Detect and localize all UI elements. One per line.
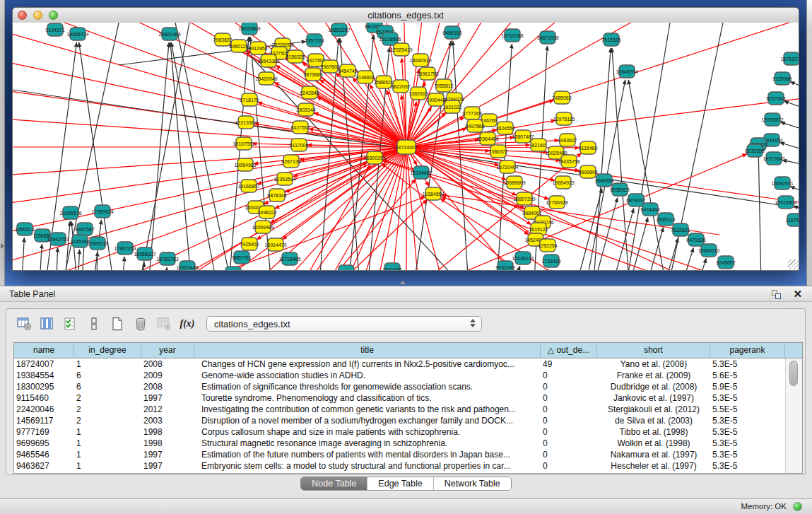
graph-node[interactable]: 18807299	[513, 192, 535, 205]
table-row[interactable]: 1872400712008Changes of HCN gene express…	[14, 358, 785, 370]
graph-node[interactable]: 8427552	[290, 121, 310, 134]
graph-node[interactable]: 1531536	[382, 263, 401, 270]
split-pane-grip[interactable]	[400, 281, 406, 284]
graph-node[interactable]: 15751074	[780, 52, 799, 65]
select-columns-icon[interactable]	[38, 315, 57, 332]
graph-node[interactable]: 12505115	[87, 237, 109, 250]
graph-node[interactable]: 8912954	[248, 42, 267, 54]
new-table-icon[interactable]	[108, 315, 126, 332]
graph-node[interactable]: 19384554	[422, 187, 444, 200]
graph-node[interactable]: 14935724	[66, 28, 88, 40]
graph-node[interactable]: 6822037	[391, 80, 410, 93]
window-resize-grip[interactable]	[788, 259, 798, 269]
graph-node[interactable]: 17016504	[775, 196, 796, 209]
float-panel-icon[interactable]	[772, 290, 781, 299]
column-header-in_degree[interactable]: in_degree	[74, 343, 141, 358]
graph-node[interactable]: 9699695	[578, 165, 597, 178]
graph-node[interactable]: 16961758	[416, 67, 438, 80]
graph-node[interactable]: 15692971	[771, 177, 793, 189]
graph-node[interactable]: 1167534	[786, 214, 799, 226]
graph-node[interactable]: 12975115	[553, 112, 575, 125]
graph-node[interactable]: 8938923	[610, 183, 629, 196]
graph-node[interactable]: 15718485	[278, 252, 300, 265]
window-titlebar[interactable]: citations_edges.txt	[13, 8, 799, 23]
table-settings-icon[interactable]	[15, 315, 33, 332]
table-row[interactable]: 1456911722003Disruption of a novel membe…	[14, 415, 785, 426]
graph-node[interactable]: 16914479	[264, 238, 286, 251]
graph-node[interactable]: 3624554	[495, 122, 514, 134]
graph-node[interactable]: 8960128	[229, 40, 248, 52]
graph-node[interactable]: 9117006	[290, 139, 309, 151]
table-row[interactable]: 911546021997Tourette syndrome. Phenomeno…	[14, 392, 785, 404]
network-graph[interactable]: 9194371149357242069140616033809735722410…	[13, 23, 799, 270]
graph-node[interactable]: 82160	[531, 139, 546, 151]
graph-node[interactable]: 18300295	[363, 151, 385, 164]
graph-node[interactable]: 20364486	[476, 132, 498, 145]
graph-node[interactable]: 9777169	[462, 107, 481, 119]
graph-node[interactable]: 8962112	[337, 265, 356, 270]
graph-node[interactable]: 19435758	[558, 155, 579, 168]
table-row[interactable]: 1938455462009Genome-wide association stu…	[14, 370, 785, 381]
delete-rows-icon[interactable]	[131, 315, 150, 332]
node-table[interactable]: namein_degreeyeartitle△ out_de...shortpa…	[13, 342, 803, 474]
graph-node[interactable]: 7357224	[305, 34, 324, 47]
table-row[interactable]: 1830029562008Estimation of significance …	[14, 381, 785, 392]
table-row[interactable]: 946554611997Estimation of the future num…	[14, 449, 785, 460]
table-row[interactable]: 946362711997Embryonic stem cells: a mode…	[14, 460, 785, 472]
delete-table-icon[interactable]	[155, 315, 173, 332]
table-row[interactable]: 969969511998Structural magnetic resonanc…	[14, 438, 785, 449]
graph-node[interactable]: 1350514	[15, 223, 34, 235]
graph-node[interactable]: 12353594	[273, 173, 295, 185]
graph-node[interactable]: 9031245	[495, 261, 514, 270]
column-header-short[interactable]: short	[597, 343, 710, 358]
graph-node[interactable]: 1362615	[408, 87, 428, 100]
memory-status-icon[interactable]	[793, 502, 802, 511]
network-canvas[interactable]: 9194371149357242069140616033809735722410…	[13, 23, 799, 270]
graph-node[interactable]: 23420046	[255, 72, 277, 85]
graph-node[interactable]: 8186328	[286, 50, 305, 63]
graph-node[interactable]: 9129966	[772, 72, 792, 85]
graph-node[interactable]: 16648784	[616, 65, 637, 78]
column-header-name[interactable]: name	[14, 343, 74, 358]
graph-node[interactable]: 10654112	[698, 244, 720, 257]
graph-node[interactable]: 9463627	[558, 134, 577, 146]
graph-node[interactable]: 17957253	[114, 242, 136, 255]
graph-node[interactable]: 9242848	[300, 86, 319, 99]
graph-node[interactable]: 2803144	[296, 103, 315, 116]
graph-node[interactable]: 8267130	[281, 155, 300, 168]
graph-node[interactable]: 12923448	[176, 261, 198, 270]
graph-node[interactable]: 8215358	[745, 144, 764, 157]
graph-node[interactable]: 8454749	[338, 64, 357, 77]
graph-node[interactable]: 9146821	[355, 71, 375, 83]
graph-node[interactable]: 16099489	[252, 221, 273, 233]
graph-node[interactable]: 7515526	[601, 33, 620, 46]
scrollbar-thumb[interactable]	[789, 361, 798, 386]
column-header-pagerank[interactable]: pagerank	[710, 343, 785, 358]
graph-node[interactable]: 18107552	[233, 137, 254, 150]
table-vertical-scrollbar[interactable]	[785, 358, 802, 473]
graph-node[interactable]: 2935114	[657, 213, 676, 226]
graph-node[interactable]: 15136141	[512, 252, 534, 264]
graph-node[interactable]: 16210643	[763, 152, 784, 165]
graph-node[interactable]: 1640954	[594, 174, 613, 187]
graph-node[interactable]: 19166857	[237, 180, 259, 192]
table-row[interactable]: 977716911998Corpus callosum shape and si…	[14, 426, 785, 438]
graph-node[interactable]: 15134457	[410, 166, 432, 179]
graph-node[interactable]: 12942757	[47, 233, 69, 245]
graph-node[interactable]: 8878344	[267, 189, 286, 201]
graph-node[interactable]: 12093872	[761, 113, 783, 126]
tab-edge-table[interactable]: Edge Table	[367, 477, 433, 490]
graph-node[interactable]: 2231712	[223, 267, 242, 270]
graph-node[interactable]: 1733426	[541, 255, 560, 267]
graph-node[interactable]: 7955812	[434, 79, 453, 92]
graph-node[interactable]: 14671938	[536, 31, 558, 44]
graph-node[interactable]: 7386372	[488, 145, 507, 158]
graph-node[interactable]: 17359924	[91, 205, 113, 218]
tab-node-table[interactable]: Node Table	[301, 477, 367, 490]
column-check-icon[interactable]	[61, 315, 80, 332]
graph-node[interactable]: 13640910	[409, 54, 431, 66]
graph-node[interactable]: 16543382	[257, 54, 279, 67]
graph-node[interactable]: 7632621	[671, 223, 690, 236]
graph-node[interactable]: 2718176	[240, 93, 259, 106]
graph-node[interactable]: 7485063	[552, 91, 571, 104]
